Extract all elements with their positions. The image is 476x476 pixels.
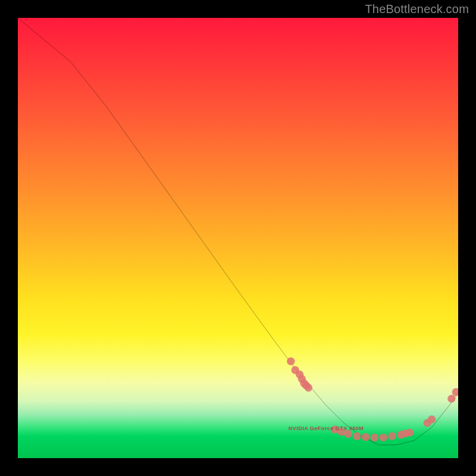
marker-dot xyxy=(371,434,378,441)
marker-dot xyxy=(447,394,455,402)
marker-dot xyxy=(305,384,312,392)
chart-svg xyxy=(18,18,458,458)
watermark-text: TheBottleneck.com xyxy=(365,2,469,16)
marker-dot xyxy=(353,432,361,440)
marker-dot xyxy=(452,388,458,396)
marker-dot xyxy=(406,428,414,436)
marker-dot xyxy=(388,432,396,440)
marker-dot xyxy=(380,434,387,441)
plot-area: NVIDIA GeForce GTX 960M xyxy=(18,18,458,458)
marker-dot xyxy=(287,358,295,365)
marker-dot xyxy=(362,433,369,441)
marker-dot xyxy=(428,415,436,423)
chart-frame: TheBottleneck.com NVIDIA GeForce GTX 960… xyxy=(0,0,476,476)
gpu-annotation: NVIDIA GeForce GTX 960M xyxy=(289,425,364,431)
bottleneck-curve xyxy=(18,18,458,445)
